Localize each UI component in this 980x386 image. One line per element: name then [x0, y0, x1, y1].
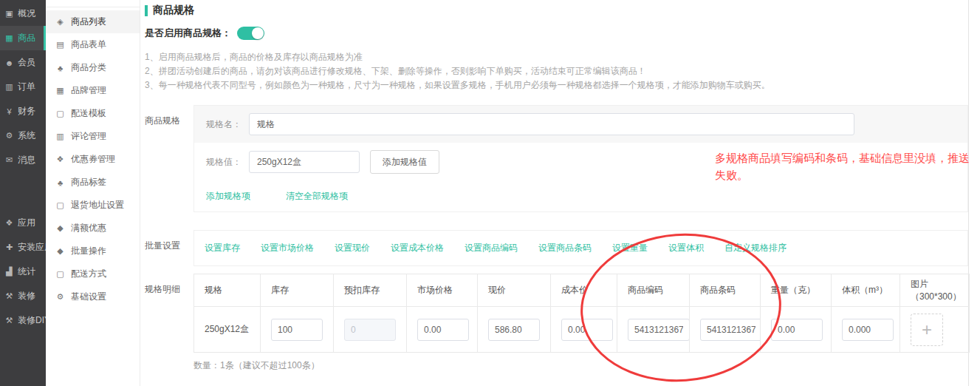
sidebar-item-label: 消息 — [18, 154, 35, 166]
spec-value-input[interactable] — [249, 151, 360, 173]
batch-link-0[interactable]: 设置库存 — [205, 242, 240, 254]
subnav-item-goods-category[interactable]: ♣商品分类 — [46, 56, 140, 79]
subnav-item-label: 批量操作 — [71, 245, 106, 257]
batch-link-6[interactable]: 设置重量 — [612, 242, 648, 254]
coupon-manage-icon: ❖ — [55, 155, 65, 164]
sidebar-item-decorate[interactable]: ⚒装修 — [0, 284, 46, 308]
decorate-diy-icon: ⚒ — [4, 316, 14, 325]
goods-barcode-input[interactable] — [700, 319, 761, 341]
subnav-item-return-address[interactable]: ▢退货地址设置 — [46, 194, 140, 217]
sub-sidebar-partial-item[interactable]: ◈发布商品 — [46, 0, 140, 7]
subnav-item-goods-tags[interactable]: ♣商品标签 — [46, 171, 140, 194]
brand-manage-icon: ▦ — [55, 86, 65, 95]
spec-name-label: 规格名： — [206, 118, 249, 131]
toggle-knob-icon — [252, 27, 264, 39]
subnav-item-batch-operation[interactable]: ◆批量操作 — [46, 240, 140, 263]
subnav-item-basic-settings[interactable]: ⚙基础设置 — [46, 285, 140, 308]
subnav-item-coupon-manage[interactable]: ❖优惠券管理 — [46, 148, 140, 171]
cost-price-input[interactable] — [561, 319, 613, 341]
batch-operation-icon: ◆ — [55, 246, 65, 256]
detail-section: 规格明细 规格库存预扣库存市场价格现价成本价商品编码商品条码重量（克）体积（m³… — [145, 274, 968, 353]
subnav-item-goods-form[interactable]: ▤商品表单 — [46, 33, 140, 56]
batch-link-5[interactable]: 设置商品条码 — [538, 242, 592, 254]
spec-value-label: 规格值： — [206, 156, 249, 169]
full-discount-icon: ◆ — [55, 223, 65, 233]
subnav-item-label: 配送模板 — [71, 107, 106, 120]
column-header: 重量（克） — [761, 274, 832, 307]
batch-link-3[interactable]: 设置成本价格 — [391, 242, 444, 254]
install-app-icon: ✚ — [4, 243, 14, 252]
subnav-item-publish-goods[interactable]: ◈发布商品 — [46, 0, 140, 7]
withhold-input — [344, 319, 396, 341]
subnav-item-brand-manage[interactable]: ▦品牌管理 — [46, 79, 140, 102]
batch-link-7[interactable]: 设置体积 — [668, 242, 704, 254]
shipping-method-icon: ▢ — [55, 269, 65, 279]
stock-input[interactable] — [271, 319, 323, 341]
sidebar-item-overview[interactable]: ▣概况 — [0, 1, 46, 26]
note-line: 2、拼团活动创建后的商品，请勿对该商品进行修改规格、下架、删除等操作，否则影响下… — [145, 64, 968, 78]
weight-input[interactable] — [771, 319, 823, 341]
upload-image-button[interactable]: + — [911, 314, 943, 346]
price-input[interactable] — [488, 319, 540, 341]
publish-goods-icon: ◈ — [55, 0, 65, 1]
subnav-item-label: 优惠券管理 — [71, 153, 115, 166]
sidebar-item-decorate-diy[interactable]: ⚒装修DIY — [0, 308, 46, 333]
sidebar-item-finance[interactable]: ¥财务 — [0, 99, 46, 123]
admin-app: ▣概况▦商品☻会员▥订单¥财务⚙系统✉消息❖应用✚安装应用▟统计⚒装修⚒装修DI… — [0, 0, 980, 386]
subnav-item-shipping-template[interactable]: ▢配送模板 — [46, 102, 140, 125]
sidebar-item-label: 系统 — [18, 129, 35, 142]
subnav-item-label: 发布商品 — [71, 0, 106, 2]
batch-link-4[interactable]: 设置商品编码 — [465, 242, 518, 254]
note-line: 3、每一种规格代表不同型号，例如颜色为一种规格，尺寸为一种规格，如果设置多规格，… — [145, 78, 968, 92]
column-header: 规格 — [194, 274, 261, 307]
sidebar-item-label: 会员 — [18, 56, 35, 69]
subnav-item-full-discount[interactable]: ◆满额优惠 — [46, 217, 140, 240]
subnav-item-label: 商品列表 — [71, 16, 106, 28]
market-price-input[interactable] — [417, 319, 469, 341]
sidebar-item-apps[interactable]: ❖应用 — [0, 211, 46, 235]
sidebar-item-label: 应用 — [18, 217, 35, 229]
goods-code-input[interactable] — [628, 319, 690, 341]
subnav-item-label: 满额优惠 — [71, 222, 106, 234]
goods-tags-icon: ♣ — [55, 178, 65, 187]
clear-all-spec-link[interactable]: 清空全部规格项 — [286, 190, 348, 203]
column-header: 库存 — [261, 274, 334, 307]
batch-link-1[interactable]: 设置市场价格 — [261, 242, 314, 254]
sidebar-item-label: 订单 — [18, 81, 35, 93]
subnav-item-goods-list[interactable]: ◈商品列表 — [46, 10, 140, 33]
subnav-item-review-manage[interactable]: ▥评论管理 — [46, 125, 140, 148]
overview-icon: ▣ — [4, 9, 14, 18]
shipping-template-icon: ▢ — [55, 109, 65, 118]
batch-link-2[interactable]: 设置现价 — [335, 242, 370, 254]
batch-label: 批量设置 — [145, 230, 193, 266]
sidebar-item-install-app[interactable]: ✚安装应用 — [0, 235, 46, 260]
spec-name-input[interactable] — [249, 113, 854, 135]
add-spec-value-button[interactable]: 添加规格值 — [370, 150, 439, 174]
subnav-item-label: 配送方式 — [71, 268, 106, 280]
sidebar-item-label: 财务 — [18, 105, 35, 118]
messages-icon: ✉ — [4, 155, 14, 165]
sidebar-item-system[interactable]: ⚙系统 — [0, 123, 46, 148]
volume-input[interactable] — [842, 319, 894, 341]
sidebar-item-statistics[interactable]: ▟统计 — [0, 260, 46, 284]
batch-link-8[interactable]: 自定义规格排序 — [724, 242, 787, 254]
sidebar-item-orders[interactable]: ▥订单 — [0, 75, 46, 99]
orders-icon: ▥ — [4, 82, 14, 92]
sidebar-item-messages[interactable]: ✉消息 — [0, 148, 46, 172]
column-header: 现价 — [478, 274, 551, 307]
enable-spec-toggle[interactable] — [237, 27, 264, 40]
basic-settings-icon: ⚙ — [55, 292, 65, 302]
sidebar-item-goods[interactable]: ▦商品 — [0, 26, 46, 50]
return-address-icon: ▢ — [55, 200, 65, 210]
column-header: 图片（300*300） — [900, 274, 970, 307]
subnav-item-shipping-method[interactable]: ▢配送方式 — [46, 263, 140, 285]
subnav-item-label: 评论管理 — [71, 130, 106, 143]
goods-form-icon: ▤ — [55, 40, 65, 50]
add-spec-item-link[interactable]: 添加规格项 — [206, 190, 250, 203]
right-gutter — [969, 0, 980, 386]
sidebar-item-label: 统计 — [18, 265, 35, 278]
table-row: 250gX12盒+ — [194, 307, 970, 353]
statistics-icon: ▟ — [4, 267, 14, 277]
sidebar-item-members[interactable]: ☻会员 — [0, 50, 46, 75]
subnav-item-label: 商品分类 — [71, 61, 106, 74]
